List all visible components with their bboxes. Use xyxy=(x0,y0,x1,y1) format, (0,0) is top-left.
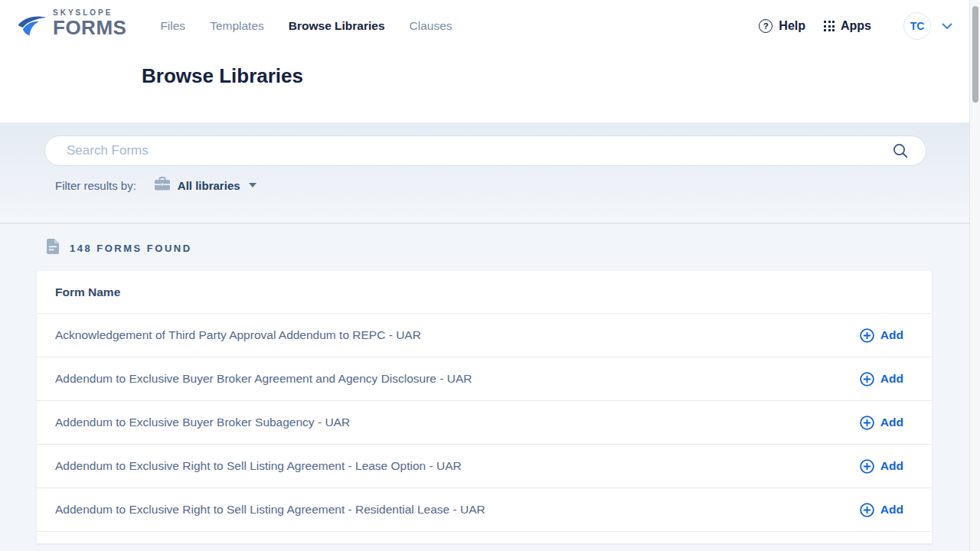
table-row: Addendum to Exclusive Right to Sell List… xyxy=(37,445,932,488)
results-count-text: 148 FORMS FOUND xyxy=(70,243,192,254)
add-button-label: Add xyxy=(880,459,903,473)
form-name: Addendum to Exclusive Buyer Broker Agree… xyxy=(55,372,472,386)
results-section: 148 FORMS FOUND Form Name Acknowledgemen… xyxy=(0,223,969,543)
help-icon: ? xyxy=(759,19,773,33)
filter-label: Filter results by: xyxy=(55,179,136,192)
table-row: Addendum to Exclusive Buyer Broker Agree… xyxy=(37,357,932,401)
nav-item-browse-libraries[interactable]: Browse Libraries xyxy=(289,19,385,33)
page: SKYSLOPE FORMS Files Templates Browse Li… xyxy=(0,0,969,543)
document-icon xyxy=(47,239,59,257)
form-name: Addendum to Exclusive Right to Sell List… xyxy=(55,459,462,473)
skyslope-swoosh-icon xyxy=(17,9,47,44)
vertical-scrollbar[interactable] xyxy=(969,0,980,551)
filter-selected-value: All libraries xyxy=(178,179,240,192)
results-count-row: 148 FORMS FOUND xyxy=(0,223,969,257)
top-bar: SKYSLOPE FORMS Files Templates Browse Li… xyxy=(0,0,969,52)
scrollbar-thumb[interactable] xyxy=(972,6,978,103)
plus-circle-icon xyxy=(860,503,874,517)
libraries-filter-dropdown[interactable]: All libraries xyxy=(155,177,256,194)
search-icon[interactable] xyxy=(893,143,908,161)
top-bar-actions: ? Help Apps TC xyxy=(759,12,952,40)
nav-item-templates[interactable]: Templates xyxy=(210,19,264,33)
plus-circle-icon xyxy=(860,328,874,343)
forms-table: Form Name Acknowledgement of Third Party… xyxy=(37,271,932,543)
form-name: Acknowledgement of Third Party Approval … xyxy=(55,328,421,342)
add-button-label: Add xyxy=(880,328,903,342)
nav-item-clauses[interactable]: Clauses xyxy=(410,19,452,33)
plus-circle-icon xyxy=(860,416,874,430)
skyslope-forms-logo[interactable]: SKYSLOPE FORMS xyxy=(17,9,126,44)
main-nav: Files Templates Browse Libraries Clauses xyxy=(160,19,452,33)
user-avatar[interactable]: TC xyxy=(903,12,931,40)
chevron-down-icon xyxy=(942,23,952,30)
logo-text: SKYSLOPE FORMS xyxy=(53,9,126,37)
search-input[interactable] xyxy=(44,135,926,166)
app-header: SKYSLOPE FORMS Files Templates Browse Li… xyxy=(0,0,969,122)
filter-row: Filter results by: All libraries xyxy=(55,177,926,194)
table-row-partial xyxy=(37,532,932,543)
form-name: Addendum to Exclusive Right to Sell List… xyxy=(55,503,485,517)
table-row: Addendum to Exclusive Right to Sell List… xyxy=(37,488,932,532)
page-title: Browse Libraries xyxy=(142,64,969,88)
form-name: Addendum to Exclusive Buyer Broker Subag… xyxy=(55,416,350,429)
add-button-label: Add xyxy=(880,503,903,517)
table-row: Addendum to Exclusive Buyer Broker Subag… xyxy=(37,401,932,445)
table-header-form-name: Form Name xyxy=(37,271,932,314)
account-menu-button[interactable] xyxy=(942,23,952,30)
add-form-button[interactable]: Add xyxy=(860,416,903,430)
add-form-button[interactable]: Add xyxy=(860,503,903,517)
apps-grid-icon xyxy=(824,21,835,31)
briefcase-icon xyxy=(155,177,170,194)
search-box xyxy=(44,135,926,166)
table-row: Acknowledgement of Third Party Approval … xyxy=(37,314,932,357)
add-button-label: Add xyxy=(880,416,903,429)
logo-forms-label: FORMS xyxy=(53,18,126,37)
plus-circle-icon xyxy=(860,459,874,474)
apps-label: Apps xyxy=(841,19,871,33)
caret-down-icon xyxy=(249,183,256,187)
help-button[interactable]: ? Help xyxy=(759,19,805,33)
search-section: Filter results by: All libraries xyxy=(0,122,969,223)
logo-skyslope-label: SKYSLOPE xyxy=(53,9,126,17)
help-label: Help xyxy=(779,19,805,33)
apps-button[interactable]: Apps xyxy=(824,19,871,33)
nav-item-files[interactable]: Files xyxy=(160,19,185,33)
add-form-button[interactable]: Add xyxy=(860,372,903,386)
add-button-label: Add xyxy=(880,372,903,386)
add-form-button[interactable]: Add xyxy=(860,459,903,474)
plus-circle-icon xyxy=(860,372,874,386)
add-form-button[interactable]: Add xyxy=(860,328,903,343)
